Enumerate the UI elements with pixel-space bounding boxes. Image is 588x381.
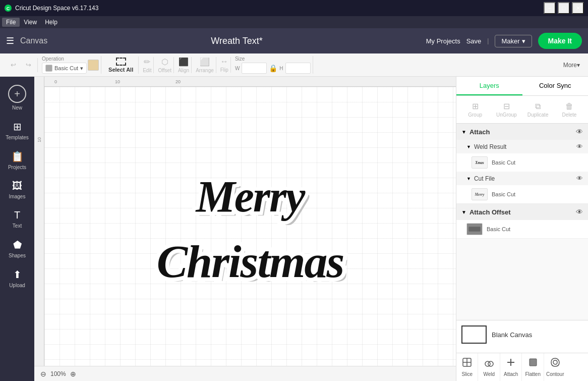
weld-button[interactable]: Weld	[478, 353, 500, 381]
contour-icon	[550, 357, 560, 370]
layer-item-cut-merry[interactable]: Merry Basic Cut	[456, 185, 588, 203]
weld-christmas-label: Basic Cut	[492, 159, 583, 166]
canvas-area[interactable]: 0 10 20 10 Merry Christmas Merry Christm…	[34, 77, 456, 381]
zoom-out-button[interactable]: ⊖	[40, 370, 46, 378]
attach-offset-chevron-icon: ▼	[461, 209, 466, 215]
slice-icon	[462, 357, 472, 370]
arrange-icon: ⬜	[200, 57, 210, 67]
hamburger-icon[interactable]: ☰	[6, 35, 14, 46]
svg-text:Merry: Merry	[474, 192, 485, 197]
layer-group-attach-offset-header[interactable]: ▼ Attach Offset 👁	[456, 204, 588, 220]
menu-view[interactable]: View	[20, 18, 41, 27]
svg-rect-16	[530, 359, 537, 366]
canvas-content: Merry Christmas Merry Christmas Merry Ch…	[129, 136, 371, 317]
project-title: Wreath Text*	[47, 36, 426, 46]
contour-label: Contour	[546, 371, 564, 377]
operation-select[interactable]: Basic Cut ▾	[42, 63, 87, 74]
sidebar-item-projects[interactable]: 📋 Projects	[2, 146, 32, 174]
h-label: H	[279, 66, 283, 71]
group-button[interactable]: ⊞ Group	[460, 99, 490, 120]
align-label[interactable]: Align	[178, 68, 189, 73]
new-plus-icon: +	[8, 85, 26, 103]
ruler-left: 10	[34, 77, 44, 381]
main-content: + New ⊞ Templates 📋 Projects 🖼 Images T …	[0, 77, 588, 381]
chevron-down-icon: ▾	[522, 37, 525, 45]
minimize-button[interactable]: −	[544, 2, 556, 14]
menu-bar: File View Help	[0, 16, 588, 28]
color-swatch[interactable]	[88, 60, 99, 71]
cutfile-visibility-icon[interactable]: 👁	[576, 175, 583, 182]
tab-layers[interactable]: Layers	[456, 77, 522, 95]
attach-label: Attach	[504, 371, 518, 377]
make-it-button[interactable]: Make It	[538, 33, 582, 49]
arrange-label[interactable]: Arrange	[196, 68, 214, 73]
offset-icon: ⬡	[161, 57, 168, 67]
select-all-button[interactable]: Select All	[105, 57, 136, 74]
layer-group-attach-header[interactable]: ▼ Attach 👁	[456, 124, 588, 140]
maximize-button[interactable]: □	[558, 2, 570, 14]
right-panel: Layers Color Sync ⊞ Group ⊟ UnGroup ⧉ Du…	[456, 77, 588, 381]
sidebar-templates-label: Templates	[6, 135, 29, 140]
panel-tabs: Layers Color Sync	[456, 77, 588, 96]
weld-result-subgroup-header[interactable]: ▼ Weld Result 👁	[456, 140, 588, 153]
edit-label[interactable]: Edit	[143, 68, 151, 73]
my-projects-button[interactable]: My Projects	[426, 37, 460, 45]
flip-icon: ↔	[220, 57, 228, 66]
cut-file-subgroup-header[interactable]: ▼ Cut File 👁	[456, 172, 588, 185]
left-sidebar: + New ⊞ Templates 📋 Projects 🖼 Images T …	[0, 77, 34, 381]
cutfile-chevron-icon: ▼	[466, 176, 471, 181]
attach-button[interactable]: Attach	[500, 353, 522, 381]
weld-icon	[484, 357, 494, 370]
tab-color-sync[interactable]: Color Sync	[522, 77, 589, 95]
operation-value: Basic Cut	[54, 65, 78, 71]
align-group: ⬛ Align	[176, 57, 192, 73]
zoom-level: 100%	[50, 370, 66, 377]
title-bar: C Cricut Design Space v6.17.143 − □ ✕	[0, 0, 588, 16]
sidebar-projects-label: Projects	[8, 165, 26, 170]
ruler-top: 0 10 20	[44, 77, 456, 87]
sidebar-upload-label: Upload	[9, 283, 25, 288]
width-input[interactable]	[242, 63, 267, 74]
close-button[interactable]: ✕	[572, 2, 584, 14]
sidebar-item-images[interactable]: 🖼 Images	[2, 176, 32, 203]
save-button[interactable]: Save	[466, 37, 482, 45]
undo-button[interactable]: ↩	[6, 58, 20, 72]
cut-merry-thumb: Merry	[472, 188, 488, 200]
ruler-mark-10: 10	[115, 79, 120, 84]
layers-content: ▼ Attach 👁 ▼ Weld Result 👁 Xmas	[456, 124, 588, 320]
panel-actions: Slice Weld Attach	[456, 353, 588, 381]
contour-button[interactable]: Contour	[544, 353, 566, 381]
redo-button[interactable]: ↪	[21, 58, 35, 72]
lock-icon[interactable]: 🔒	[269, 64, 277, 72]
flatten-button[interactable]: Flatten	[522, 353, 544, 381]
maker-button[interactable]: Maker ▾	[495, 35, 532, 47]
menu-file[interactable]: File	[2, 18, 20, 27]
weld-thumb-svg: Xmas	[473, 157, 487, 168]
slice-button[interactable]: Slice	[456, 353, 478, 381]
ungroup-button[interactable]: ⊟ UnGroup	[492, 99, 521, 120]
layer-item-offset-basic[interactable]: Basic Cut	[456, 220, 588, 238]
weld-visibility-icon[interactable]: 👁	[576, 143, 583, 150]
height-input[interactable]	[285, 63, 311, 74]
delete-button[interactable]: 🗑 Delete	[555, 99, 584, 120]
cut-file-name: Cut File	[474, 175, 573, 182]
sidebar-item-text[interactable]: T Text	[2, 205, 32, 233]
sidebar-item-upload[interactable]: ⬆ Upload	[2, 264, 32, 292]
blank-canvas-preview: Blank Canvas	[461, 325, 583, 344]
layer-item-weld-christmas[interactable]: Xmas Basic Cut	[456, 153, 588, 172]
select-all-group: Select All	[103, 57, 139, 74]
attach-chevron-icon: ▼	[461, 129, 466, 135]
sidebar-item-templates[interactable]: ⊞ Templates	[2, 117, 32, 144]
offset-thumb	[466, 223, 483, 235]
zoom-in-button[interactable]: ⊕	[70, 370, 76, 378]
more-button[interactable]: More▾	[559, 60, 584, 70]
attach-visibility-icon[interactable]: 👁	[576, 128, 583, 136]
menu-help[interactable]: Help	[41, 18, 62, 27]
sidebar-item-shapes[interactable]: ⬟ Shapes	[2, 235, 32, 262]
duplicate-button[interactable]: ⧉ Duplicate	[523, 99, 553, 120]
flip-label[interactable]: Flip	[220, 67, 228, 73]
attach-offset-visibility-icon[interactable]: 👁	[576, 208, 583, 216]
sidebar-item-new[interactable]: + New	[2, 81, 32, 115]
offset-label[interactable]: Offset	[158, 68, 171, 73]
operation-group: Operation Basic Cut ▾	[40, 56, 101, 74]
